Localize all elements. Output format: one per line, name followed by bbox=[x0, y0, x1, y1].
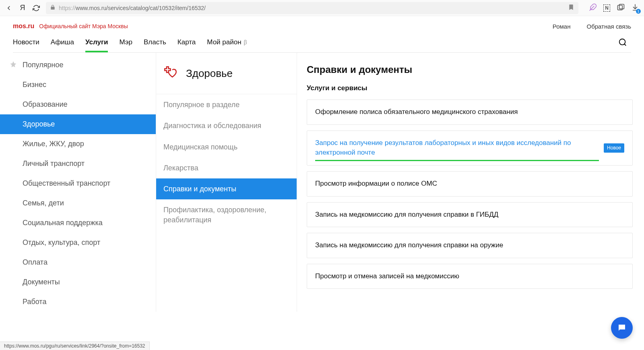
sidebar-item-label: Здоровье bbox=[23, 120, 55, 128]
star-icon bbox=[10, 60, 17, 70]
subcategory-item[interactable]: Лекарства bbox=[156, 157, 297, 178]
sidebar-item[interactable]: Семья, дети bbox=[0, 193, 156, 213]
user-name[interactable]: Роман bbox=[553, 23, 571, 30]
nav-item[interactable]: Власть bbox=[144, 38, 166, 52]
sidebar-item[interactable]: Здоровье bbox=[0, 114, 156, 134]
chat-button[interactable] bbox=[611, 317, 633, 339]
sidebar-item[interactable]: Документы bbox=[0, 272, 156, 292]
nav-item[interactable]: Мэр bbox=[119, 38, 132, 52]
sidebar-item-label: Документы bbox=[23, 278, 60, 286]
lock-icon bbox=[50, 4, 56, 11]
sidebar-item-label: Работа bbox=[23, 298, 46, 306]
bookmark-icon[interactable] bbox=[568, 4, 574, 12]
service-item[interactable]: Просмотр и отмена записей на медкомиссию bbox=[307, 264, 633, 289]
subcategory-item[interactable]: Диагностика и обследования bbox=[156, 115, 297, 136]
service-item[interactable]: Запись на медкомиссию для получения спра… bbox=[307, 202, 633, 228]
subcategory-item[interactable]: Популярное в разделе bbox=[156, 94, 297, 115]
svg-point-2 bbox=[619, 39, 625, 45]
status-bar: https://www.mos.ru/pgu/ru/services/link/… bbox=[0, 342, 150, 350]
sidebar-item[interactable]: Работа bbox=[0, 292, 156, 312]
service-item[interactable]: Запрос на получение результатов лаборато… bbox=[307, 130, 633, 166]
content-area: Справки и документы Услуги и сервисы Офо… bbox=[297, 53, 644, 312]
health-icon bbox=[163, 65, 179, 82]
subcategory-title: Здоровье bbox=[186, 67, 233, 80]
nav-item[interactable]: Услуги bbox=[85, 38, 108, 52]
sidebar-item[interactable]: Образование bbox=[0, 95, 156, 114]
sidebar-item-label: Популярное bbox=[23, 61, 64, 69]
service-label: Запись на медкомиссию для получения спра… bbox=[315, 240, 503, 251]
category-sidebar: ПопулярноеБизнесОбразованиеЗдоровьеЖилье… bbox=[0, 53, 156, 312]
site-header: mos.ru Официальный сайт Мэра Москвы Рома… bbox=[0, 16, 644, 53]
reload-button[interactable] bbox=[32, 4, 40, 12]
main-nav: НовостиАфишаУслугиМэрВластьКартаМой райо… bbox=[13, 38, 631, 53]
sidebar-item[interactable]: Популярное bbox=[0, 55, 156, 75]
service-label: Запись на медкомиссию для получения спра… bbox=[315, 210, 498, 220]
subcategory-column: Здоровье Популярное в разделеДиагностика… bbox=[156, 53, 297, 312]
extension-n-icon[interactable]: N bbox=[603, 4, 610, 12]
sidebar-item-label: Общественный транспорт bbox=[23, 179, 110, 187]
sidebar-item[interactable]: Общественный транспорт bbox=[0, 174, 156, 193]
nav-item[interactable]: Мой район β bbox=[207, 38, 247, 52]
sidebar-item-label: Жилье, ЖКУ, двор bbox=[23, 140, 84, 148]
search-icon[interactable] bbox=[618, 38, 631, 52]
service-label: Просмотр и отмена записей на медкомиссию bbox=[315, 271, 459, 282]
downloads-icon[interactable] bbox=[631, 3, 639, 13]
service-item[interactable]: Просмотр информации о полисе ОМС bbox=[307, 171, 633, 197]
service-label: Просмотр информации о полисе ОМС bbox=[315, 179, 437, 189]
sidebar-item[interactable]: Личный транспорт bbox=[0, 154, 156, 174]
sidebar-item[interactable]: Бизнес bbox=[0, 75, 156, 95]
service-item[interactable]: Оформление полиса обязательного медицинс… bbox=[307, 99, 633, 125]
new-badge: Новое bbox=[604, 143, 624, 153]
sidebar-item-label: Личный транспорт bbox=[23, 159, 85, 168]
service-item[interactable]: Запись на медкомиссию для получения спра… bbox=[307, 233, 633, 258]
feedback-link[interactable]: Обратная связь bbox=[586, 23, 631, 30]
extensions-icon[interactable] bbox=[617, 3, 625, 13]
browser-toolbar: Я https://www.mos.ru/services/catalog/ca… bbox=[0, 0, 644, 16]
subcategory-item[interactable]: Медицинская помощь bbox=[156, 137, 297, 157]
address-bar[interactable]: https://www.mos.ru/services/catalog/cat/… bbox=[46, 2, 578, 14]
nav-item[interactable]: Карта bbox=[178, 38, 196, 52]
sidebar-item-label: Семья, дети bbox=[23, 199, 64, 207]
sidebar-item-label: Образование bbox=[23, 100, 68, 108]
sidebar-item-label: Бизнес bbox=[23, 81, 46, 89]
sidebar-item[interactable]: Оплата bbox=[0, 253, 156, 272]
sidebar-item-label: Социальная поддержка bbox=[23, 219, 103, 227]
nav-item[interactable]: Афиша bbox=[51, 38, 74, 52]
service-label: Запрос на получение результатов лаборато… bbox=[315, 138, 599, 158]
site-tagline: Официальный сайт Мэра Москвы bbox=[39, 23, 128, 29]
yandex-button[interactable]: Я bbox=[19, 4, 27, 12]
content-title: Справки и документы bbox=[307, 64, 633, 75]
sidebar-item[interactable]: Жилье, ЖКУ, двор bbox=[0, 134, 156, 154]
sidebar-item-label: Отдых, культура, спорт bbox=[23, 238, 100, 246]
subcategory-item[interactable]: Справки и документы bbox=[156, 178, 297, 199]
service-label: Оформление полиса обязательного медицинс… bbox=[315, 107, 518, 117]
sidebar-item[interactable]: Социальная поддержка bbox=[0, 213, 156, 233]
site-logo[interactable]: mos.ru bbox=[13, 23, 34, 30]
extension-feather-icon[interactable] bbox=[589, 3, 597, 13]
subcategory-item[interactable]: Профилактика, оздоровление, реабилитация bbox=[156, 199, 297, 230]
browser-right-tools: N bbox=[589, 3, 639, 13]
nav-item[interactable]: Новости bbox=[13, 38, 39, 52]
sidebar-item-label: Оплата bbox=[23, 258, 47, 266]
content-subtitle: Услуги и сервисы bbox=[307, 84, 633, 92]
back-button[interactable] bbox=[5, 4, 13, 12]
url-text: https://www.mos.ru/services/catalog/cat/… bbox=[59, 5, 206, 11]
sidebar-item[interactable]: Отдых, культура, спорт bbox=[0, 233, 156, 253]
